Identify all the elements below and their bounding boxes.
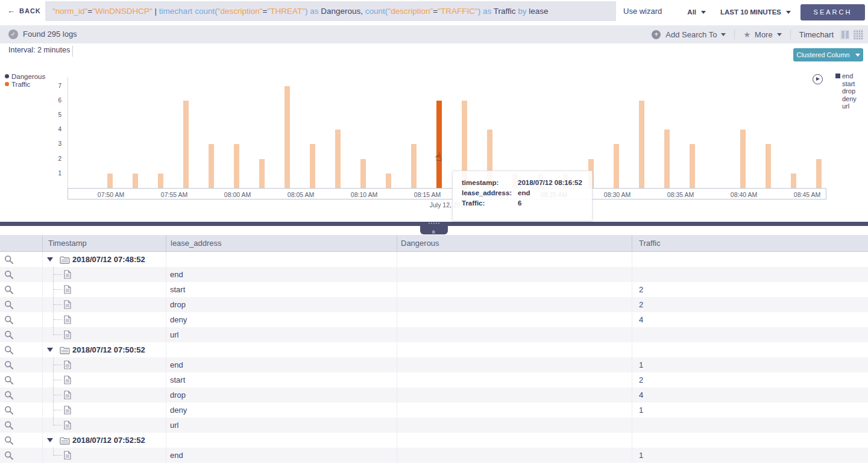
drilldown-search-icon[interactable] — [4, 270, 14, 282]
search-query-input[interactable]: "norm_id"="WinDNSDHCP" | timechart count… — [45, 1, 616, 21]
traffic-bar-07:50[interactable] — [107, 174, 113, 188]
chart-tooltip: timestamp:2018/07/12 08:16:52lease_addre… — [452, 171, 593, 221]
back-button[interactable]: BACK — [7, 6, 41, 15]
drilldown-search-icon[interactable] — [4, 330, 14, 342]
legend-label: Dangerous — [11, 73, 45, 80]
log-document-icon — [64, 406, 71, 417]
more-menu[interactable]: More — [755, 30, 773, 39]
traffic-bar-08:14[interactable] — [411, 144, 417, 188]
legend-item-traffic[interactable]: Traffic — [5, 80, 45, 88]
collapse-chart-button[interactable] — [420, 226, 448, 234]
lease-legend-label: end — [842, 72, 853, 80]
traffic-bar-08:02[interactable] — [259, 159, 265, 188]
column-header-dangerous[interactable]: Dangerous — [401, 235, 439, 252]
traffic-count-cell: 1 — [639, 403, 643, 418]
table-row: url — [0, 327, 868, 342]
traffic-bar-08:08[interactable] — [335, 130, 341, 188]
time-range-dropdown[interactable]: LAST 10 MINUTES — [720, 8, 791, 16]
y-axis-tick: 4 — [47, 126, 61, 133]
traffic-bar-07:52[interactable] — [133, 174, 138, 188]
search-button[interactable]: SEARCH — [800, 4, 865, 20]
column-divider — [397, 235, 397, 252]
query-token: "THREAT" — [267, 7, 305, 16]
chart-type-dropdown[interactable]: Clustered Column — [793, 48, 863, 61]
lease-legend-item-drop[interactable]: drop — [835, 87, 857, 95]
traffic-bar-08:32[interactable] — [639, 101, 644, 188]
traffic-bar-08:12[interactable] — [386, 174, 391, 188]
y-axis-tick: 1 — [47, 170, 61, 177]
traffic-bar-08:44[interactable] — [791, 174, 796, 188]
drilldown-search-icon[interactable] — [4, 421, 14, 433]
drilldown-search-icon[interactable] — [4, 375, 14, 387]
lease-legend-item-url[interactable]: url — [835, 102, 857, 110]
traffic-bar-08:36[interactable] — [690, 144, 695, 188]
traffic-bar-08:10[interactable] — [360, 159, 366, 188]
drilldown-search-icon[interactable] — [4, 285, 14, 297]
tooltip-row: Traffic:6 — [462, 199, 592, 207]
log-document-icon — [64, 360, 71, 372]
folder-icon — [60, 256, 70, 266]
traffic-bar-08:34[interactable] — [664, 130, 670, 188]
drilldown-search-icon[interactable] — [4, 436, 14, 448]
traffic-bar-08:42[interactable] — [766, 144, 771, 188]
drilldown-search-icon[interactable] — [4, 300, 14, 312]
chart-type-value: Clustered Column — [796, 51, 849, 58]
traffic-bar-08:16[interactable] — [436, 101, 442, 188]
drilldown-search-icon[interactable] — [4, 360, 14, 372]
drilldown-search-icon[interactable] — [4, 451, 14, 463]
tooltip-label: timestamp: — [462, 179, 518, 186]
column-header-traffic[interactable]: Traffic — [639, 235, 660, 252]
traffic-count-cell: 2 — [639, 297, 643, 312]
lease-address-cell: url — [170, 327, 178, 342]
tooltip-row: timestamp:2018/07/12 08:16:52 — [462, 179, 592, 186]
collapse-group-button[interactable] — [47, 438, 53, 442]
traffic-bar-08:06[interactable] — [310, 144, 315, 188]
traffic-bar-08:40[interactable] — [740, 130, 746, 188]
y-axis-tick: 6 — [47, 97, 61, 104]
lease-legend-item-end[interactable]: end — [835, 72, 857, 80]
drilldown-search-icon[interactable] — [4, 315, 14, 327]
traffic-bar-08:04[interactable] — [285, 86, 290, 188]
folder-icon — [60, 346, 70, 357]
log-document-icon — [64, 375, 71, 387]
star-icon — [743, 30, 750, 39]
traffic-bar-07:58[interactable] — [209, 144, 214, 188]
collapse-group-button[interactable] — [47, 348, 53, 352]
table-row: end1 — [0, 357, 868, 372]
back-label: BACK — [19, 7, 41, 14]
log-document-icon — [64, 315, 71, 327]
add-search-to-menu[interactable]: Add Search To — [665, 30, 717, 39]
lease-legend-item-start[interactable]: start — [835, 80, 857, 88]
drilldown-search-icon[interactable] — [4, 255, 14, 267]
traffic-bar-07:54[interactable] — [158, 174, 163, 188]
column-header-timestamp[interactable]: Timestamp — [48, 235, 87, 252]
play-button[interactable] — [813, 74, 823, 84]
log-document-icon — [64, 330, 71, 342]
tree-line — [54, 304, 62, 305]
traffic-bar-08:46[interactable] — [816, 159, 822, 188]
legend-square-icon — [835, 74, 840, 78]
query-token: Dangerous, — [321, 7, 365, 16]
repo-scope-dropdown[interactable]: All — [687, 8, 706, 16]
drilldown-search-icon[interactable] — [4, 390, 14, 403]
column-header-lease-address[interactable]: lease_address — [171, 235, 222, 252]
column-chart-view-icon[interactable] — [840, 30, 850, 40]
lease-address-cell: start — [170, 282, 185, 297]
drilldown-search-icon[interactable] — [4, 406, 14, 418]
drilldown-search-icon[interactable] — [4, 345, 14, 357]
legend-item-dangerous[interactable]: Dangerous — [5, 72, 45, 80]
tooltip-label: lease_address: — [462, 189, 518, 196]
table-row: deny4 — [0, 312, 868, 327]
table-group-row: 2018/07/12 07:52:52 — [0, 433, 868, 448]
use-wizard-link[interactable]: Use wizard — [623, 7, 662, 16]
lease-address-cell: drop — [170, 387, 186, 403]
lease-legend-item-deny[interactable]: deny — [835, 95, 857, 103]
traffic-bar-08:00[interactable] — [234, 144, 239, 188]
grid-view-icon[interactable] — [853, 30, 863, 40]
table-row: deny1 — [0, 403, 868, 418]
traffic-bar-08:30[interactable] — [614, 144, 619, 188]
play-icon — [816, 77, 820, 81]
collapse-group-button[interactable] — [47, 257, 53, 262]
repo-scope-value: All — [687, 8, 696, 16]
traffic-bar-07:56[interactable] — [183, 101, 189, 188]
